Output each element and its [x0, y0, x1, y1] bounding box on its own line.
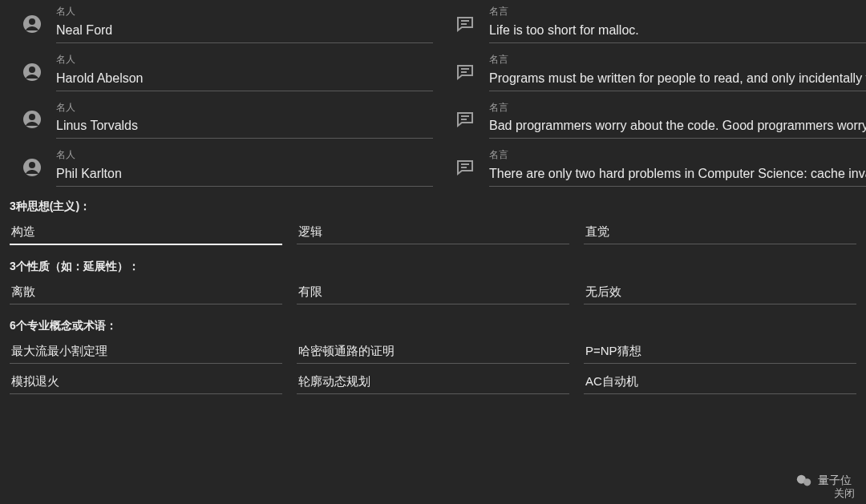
quote-row: 名人 名言 [0, 0, 866, 48]
concept-input[interactable] [10, 340, 282, 364]
quote-input[interactable] [489, 20, 866, 43]
svg-point-17 [803, 478, 811, 486]
person-input[interactable] [56, 68, 433, 91]
field-label-quote: 名言 [489, 101, 866, 115]
person-input[interactable] [56, 115, 433, 139]
svg-point-9 [29, 114, 35, 120]
close-button[interactable]: 关闭 [834, 486, 855, 501]
concept-input[interactable] [297, 370, 569, 394]
thought-input[interactable] [297, 220, 569, 244]
person-icon [22, 62, 56, 82]
property-input[interactable] [10, 280, 282, 304]
concept-input[interactable] [584, 340, 856, 364]
person-icon [22, 110, 56, 129]
concepts-grid-row2 [0, 370, 866, 401]
svg-point-1 [29, 18, 35, 25]
field-label-quote: 名言 [489, 148, 866, 162]
field-label-quote: 名言 [489, 5, 866, 18]
quote-icon [455, 158, 489, 177]
quote-row: 名人 名言 [0, 143, 866, 192]
person-input[interactable] [56, 20, 433, 43]
properties-grid [0, 280, 866, 311]
svg-point-13 [29, 162, 35, 168]
svg-point-5 [29, 67, 35, 73]
section-heading-thoughts: 3种思想(主义)： [0, 192, 866, 220]
concept-input[interactable] [584, 370, 856, 394]
quote-icon [455, 14, 489, 34]
concept-input[interactable] [10, 370, 282, 394]
section-heading-properties: 3个性质（如：延展性）： [0, 252, 866, 280]
field-label-quote: 名言 [489, 53, 866, 67]
section-heading-concepts: 6个专业概念或术语： [0, 311, 866, 340]
quote-input[interactable] [489, 163, 866, 187]
field-label-person: 名人 [56, 53, 433, 67]
property-input[interactable] [297, 280, 569, 304]
concepts-grid-row1 [0, 340, 866, 370]
quote-row: 名人 名言 [0, 48, 866, 96]
quote-input[interactable] [489, 68, 866, 91]
quote-icon [455, 62, 489, 82]
person-icon [22, 158, 56, 177]
person-icon [22, 14, 56, 34]
thoughts-grid [0, 220, 866, 252]
field-label-person: 名人 [56, 5, 433, 18]
person-input[interactable] [56, 163, 433, 187]
svg-point-16 [797, 475, 806, 484]
property-input[interactable] [584, 280, 856, 304]
thought-input[interactable] [10, 220, 282, 245]
field-label-person: 名人 [56, 148, 433, 162]
thought-input[interactable] [584, 220, 856, 244]
quote-row: 名人 名言 [0, 96, 866, 144]
quote-icon [455, 110, 489, 129]
wechat-icon [795, 472, 813, 490]
field-label-person: 名人 [56, 101, 433, 115]
quote-input[interactable] [489, 115, 866, 139]
concept-input[interactable] [297, 340, 569, 364]
